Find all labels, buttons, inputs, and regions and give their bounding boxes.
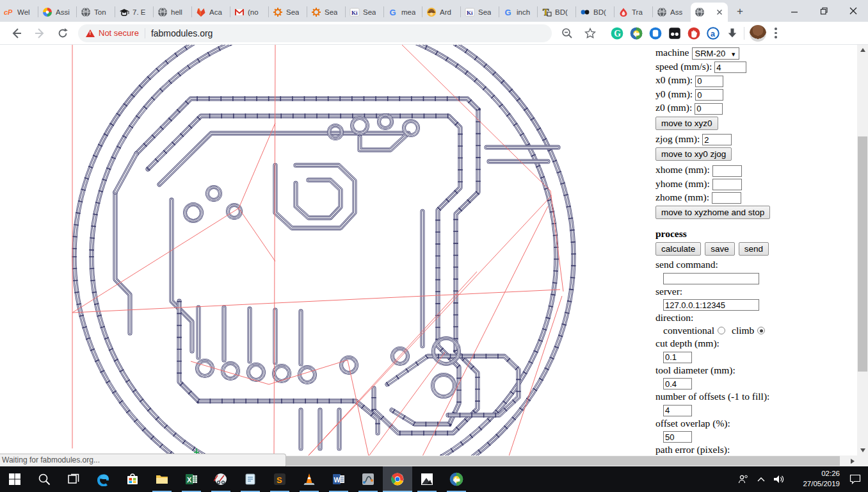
taskbar-search-button[interactable] <box>29 466 59 492</box>
tab[interactable]: Gmea <box>384 3 422 22</box>
value-input[interactable] <box>663 431 692 443</box>
people-tray-icon[interactable] <box>734 466 753 492</box>
taskbar-clock[interactable]: 02:26 27/05/2019 <box>790 469 842 489</box>
google-favicon-icon: G <box>388 7 398 17</box>
vertical-scrollbar[interactable] <box>857 45 868 455</box>
taskbar-photos-icon[interactable] <box>412 466 442 492</box>
tab[interactable]: cPWel <box>0 3 38 22</box>
taskbar-taskview-icon[interactable] <box>59 466 88 492</box>
value-input[interactable] <box>663 352 692 363</box>
tab[interactable]: (no <box>230 3 268 22</box>
maximize-button[interactable] <box>809 0 839 22</box>
hidden-icons-chevron[interactable] <box>753 466 769 492</box>
conventional-radio[interactable] <box>718 327 725 334</box>
omnibox[interactable]: Not secure fabmodules.org <box>78 24 552 42</box>
minimize-button[interactable] <box>780 0 809 22</box>
tab-title: Tra <box>632 8 643 16</box>
x0-mm-input[interactable] <box>695 76 723 87</box>
back-button[interactable] <box>8 24 26 42</box>
move-to-xy0-zjog-button[interactable]: move to xy0 zjog <box>655 147 732 161</box>
tab[interactable]: Ass <box>653 3 691 22</box>
taskbar-snipping-icon[interactable] <box>206 466 236 492</box>
z0-mm-input[interactable] <box>695 103 723 115</box>
scroll-down-arrow[interactable] <box>860 448 865 452</box>
downarrow-extension-icon[interactable] <box>726 27 739 40</box>
taskbar-vlc-icon[interactable] <box>294 466 324 492</box>
tab[interactable]: Ginch <box>499 3 537 22</box>
tab[interactable]: Ard <box>422 3 460 22</box>
taskbar-idm-icon[interactable] <box>442 466 471 492</box>
value-input[interactable] <box>663 405 692 416</box>
active-tab[interactable] <box>691 3 728 22</box>
gradcap-favicon-icon <box>119 7 129 17</box>
profile-avatar[interactable] <box>750 25 766 42</box>
value-input[interactable] <box>663 378 692 390</box>
browser-menu-button[interactable] <box>770 26 782 41</box>
calculate-button[interactable]: calculate <box>655 242 701 256</box>
tab[interactable]: KiSea <box>346 3 383 22</box>
ablue-extension-icon[interactable]: a <box>707 27 719 40</box>
climb-radio[interactable] <box>757 327 765 334</box>
idm-extension-icon[interactable] <box>630 27 643 40</box>
tab[interactable]: BD( <box>576 3 614 22</box>
taskbar-notepad-icon[interactable] <box>236 466 265 492</box>
close-icon <box>849 7 857 15</box>
zhome-mm-input[interactable] <box>712 192 741 204</box>
tab[interactable]: Sea <box>307 3 345 22</box>
scroll-up-arrow[interactable] <box>860 48 865 52</box>
bookmark-star-button[interactable] <box>581 24 599 42</box>
move-to-xyz0-button[interactable]: move to xyz0 <box>655 117 718 130</box>
tab[interactable]: Tra <box>615 3 652 22</box>
tab[interactable]: Aca <box>192 3 230 22</box>
scroll-right-arrow[interactable] <box>851 459 855 464</box>
new-tab-button[interactable]: + <box>732 3 748 20</box>
toolpath-canvas[interactable] <box>0 45 654 455</box>
volume-tray-icon[interactable] <box>769 466 790 492</box>
close-window-button[interactable] <box>839 0 868 22</box>
pocket-extension-icon[interactable] <box>649 27 662 40</box>
darkreader-extension-icon[interactable] <box>668 27 681 40</box>
tab[interactable]: KiSea <box>461 3 499 22</box>
taskbar-explorer-icon[interactable] <box>147 466 177 492</box>
vertical-scroll-thumb[interactable] <box>858 136 867 372</box>
tab[interactable]: Sea <box>269 3 307 22</box>
xhome-mm-input[interactable] <box>712 165 742 177</box>
move-to-xyzhome-and-stop-button[interactable]: move to xyzhome and stop <box>655 206 770 219</box>
y0-mm-input[interactable] <box>695 89 723 101</box>
taskbar-start-button[interactable] <box>0 466 29 492</box>
value-input[interactable] <box>663 299 759 311</box>
tab[interactable]: Assi <box>38 3 76 22</box>
machine-select[interactable]: SRM-20▼ <box>692 47 740 60</box>
tabs-container: cPWelAssiTon7. EhellAca(noSeaSeaKiSeaGme… <box>0 0 728 22</box>
grammarly-extension-icon[interactable]: G <box>611 27 623 40</box>
action-center-button[interactable] <box>842 466 868 492</box>
value-input[interactable] <box>663 273 759 284</box>
tab[interactable]: Ton <box>77 3 115 22</box>
stophand-extension-icon[interactable] <box>687 27 700 40</box>
taskbar-journey-icon[interactable] <box>353 466 383 492</box>
zjog-mm-input[interactable] <box>702 134 732 145</box>
taskbar-edge-icon[interactable] <box>88 466 118 492</box>
taskbar-excel-icon[interactable]: X <box>177 466 206 492</box>
page-content: machineSRM-20▼speed (mm/s):x0 (mm):y0 (m… <box>0 45 868 466</box>
machine-label: machine <box>655 47 689 58</box>
tab[interactable]: hell <box>154 3 191 22</box>
taskbar-chrome-icon[interactable] <box>383 466 412 492</box>
svg-text:Ki: Ki <box>351 10 358 16</box>
tab[interactable]: TBD( <box>538 3 575 22</box>
reload-button[interactable] <box>54 24 72 42</box>
taskbar-word-icon[interactable]: W <box>324 466 353 492</box>
send-button[interactable]: send <box>739 242 769 256</box>
zoom-out-indicator-icon[interactable] <box>558 24 576 42</box>
url-text[interactable]: fabmodules.org <box>151 28 213 38</box>
taskbar-sublime-icon[interactable]: S <box>265 466 294 492</box>
yhome-mm-input[interactable] <box>712 179 742 190</box>
vlc-icon <box>302 472 316 486</box>
tab[interactable]: 7. E <box>115 3 153 22</box>
save-button[interactable]: save <box>705 242 735 256</box>
taskbar-store-icon[interactable] <box>118 466 147 492</box>
tab-close-button[interactable] <box>715 8 724 17</box>
security-label[interactable]: Not secure <box>99 28 139 38</box>
forward-button[interactable] <box>31 24 49 42</box>
speed-mm-s-input[interactable] <box>714 62 746 73</box>
